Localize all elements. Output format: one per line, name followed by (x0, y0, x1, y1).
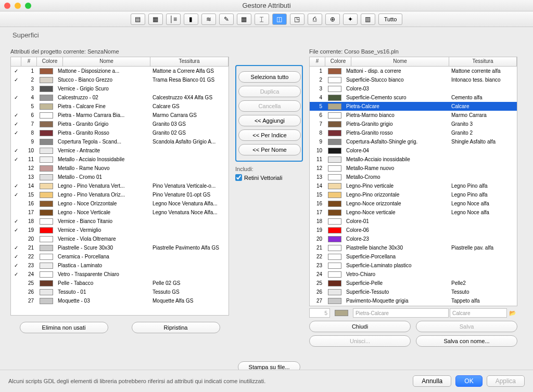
table-row[interactable]: 22Superficie-Porcellana (310, 252, 517, 261)
toolbar-icon-10[interactable]: ◳ (290, 14, 304, 25)
col-name[interactable]: Nome (63, 57, 150, 66)
table-row[interactable]: 26Tessuto - 01Tessuto GS (11, 288, 229, 296)
table-row[interactable]: 5Pietra-CalcareCalcare (310, 102, 517, 111)
table-row[interactable]: 17Legno - Noce VerticaleLegno Venatura N… (11, 208, 229, 217)
duplicate-button[interactable]: Duplica (238, 86, 301, 97)
table-row[interactable]: ✓2Stucco - Bianco GrezzoTrama Resa Bianc… (11, 75, 229, 84)
table-row[interactable]: ✓19Vernice - Vermiglio (11, 226, 229, 234)
table-row[interactable]: ✓6Pietra - Marmo Carrara Bia...Marmo Car… (11, 111, 229, 120)
table-row[interactable]: 23Superficie-Laminato plastico (310, 261, 517, 270)
toolbar-icon-8[interactable]: ⌶ (255, 14, 269, 25)
apply-button[interactable]: Applica (487, 375, 525, 387)
table-row[interactable]: 6Pietra-Marmo biancoMarmo Carrara (310, 111, 517, 120)
col-tex[interactable]: Tessitura (150, 57, 229, 66)
table-row[interactable]: 3Colore-03 (310, 84, 517, 93)
table-row[interactable]: 16Legno-Noce orizzontaleLegno Noce alfa (310, 199, 517, 208)
col-color[interactable]: Colore (37, 57, 63, 66)
table-row[interactable]: 10Colore-04 (310, 146, 517, 155)
col-num-r[interactable]: # (310, 57, 325, 66)
toolbar-icon-4[interactable]: ▮ (184, 14, 198, 25)
table-row[interactable]: 17Legno-Noce verticaleLegno Noce alfa (310, 208, 517, 217)
ok-button[interactable]: OK (455, 375, 482, 387)
close-icon[interactable] (4, 3, 10, 9)
toolbar-icon-3[interactable]: │≡ (166, 14, 181, 25)
input-name[interactable] (353, 308, 449, 318)
table-row[interactable]: ✓18Vernice - Bianco Titanio (11, 217, 229, 226)
table-row[interactable]: 20Colore-23 (310, 234, 517, 243)
table-row[interactable]: 14Legno-Pino verticaleLegno Pino alfa (310, 181, 517, 190)
toolbar-icon-9[interactable]: ◫ (272, 14, 287, 25)
table-row[interactable]: ✓1Mattone - Disposizione a...Mattone a C… (11, 67, 229, 75)
merge-button[interactable]: Unisci... (309, 335, 411, 347)
table-row[interactable]: 16Legno - Noce OrizzontaleLegno Noce Ven… (11, 199, 229, 208)
table-row[interactable]: ✓10Vernice - Antracite (11, 146, 229, 155)
table-row[interactable]: 3Vernice - Grigio Scuro (11, 84, 229, 93)
table-row[interactable]: 13Metallo-Cromo (310, 173, 517, 181)
col-name-r[interactable]: Nome (351, 57, 449, 66)
folder-icon[interactable]: 📂 (508, 308, 517, 318)
table-row[interactable]: 15Legno-Pino orizzontaleLegno Pino alfa (310, 190, 517, 199)
table-row[interactable]: 4Superficie-Cemento scuroCemento alfa (310, 93, 517, 102)
table-row[interactable]: ✓22Ceramica - Porcellana (11, 252, 229, 261)
right-table-body[interactable]: 1Mattoni - disp. a correreMattone corren… (309, 66, 517, 306)
table-row[interactable]: 27Moquette - 03Moquette Alfa GS (11, 296, 229, 305)
toolbar-icon-12[interactable]: ⊕ (325, 14, 340, 25)
close-file-button[interactable]: Chiudi (309, 321, 411, 332)
toolbar-icon-14[interactable]: ▥ (361, 14, 375, 25)
col-tex-r[interactable]: Tessitura (449, 57, 517, 66)
toolbar-all-button[interactable]: Tutto (378, 14, 403, 25)
toolbar-icon-6[interactable]: ✎ (219, 14, 234, 25)
table-row[interactable]: ✓14Legno - Pino Venatura Vert...Pino Ven… (11, 181, 229, 190)
table-row[interactable]: 12Metallo - Rame Nuovo (11, 164, 229, 173)
table-row[interactable]: ✓23Plastica - Laminato (11, 261, 229, 270)
table-row[interactable]: 5Pietra - Calcare FineCalcare GS (11, 102, 229, 111)
add-button[interactable]: << Aggiungi (238, 115, 301, 126)
table-row[interactable]: 24Vetro-Chiaro (310, 270, 517, 279)
zoom-icon[interactable] (25, 3, 31, 9)
save-as-button[interactable]: Salva con nome... (416, 335, 517, 347)
table-row[interactable]: 25Pelle - TabaccoPelle 02 GS (11, 279, 229, 288)
table-row[interactable]: 12Metallo-Rame nuovo (310, 164, 517, 173)
table-row[interactable]: 27Pavimento-Moquette grigiaTappeto alfa (310, 296, 517, 305)
table-row[interactable]: 7Pietra-Granito grigioGranito 3 (310, 120, 517, 128)
restore-button[interactable]: Ripristina (132, 322, 220, 333)
toolbar-icon-2[interactable]: ▦ (148, 14, 163, 25)
input-num[interactable] (309, 308, 330, 318)
table-row[interactable]: ✓21Piastrelle - Scure 30x30Piastrelle Pa… (11, 243, 229, 252)
table-row[interactable]: 8Pietra-Granito rossoGranito 2 (310, 128, 517, 137)
col-num[interactable]: # (21, 57, 37, 66)
select-all-button[interactable]: Seleziona tutto (238, 71, 301, 83)
table-row[interactable]: 9Copertura-Asfalto-Shingle grig.Shingle … (310, 137, 517, 146)
input-tex[interactable] (450, 308, 507, 318)
table-row[interactable]: 21Piastrelle bianche 30x30Piastrelle pav… (310, 243, 517, 252)
table-row[interactable]: ✓24Vetro - Trasparente Chiaro (11, 270, 229, 279)
table-row[interactable]: ✓15Legno - Pino Venatura Oriz...Pino Ven… (11, 190, 229, 199)
table-row[interactable]: 19Colore-06 (310, 226, 517, 234)
by-index-button[interactable]: << Per Indice (238, 129, 301, 141)
table-row[interactable]: ✓4Calcestruzzo - 02Calcestruzzo 4X4 Alfa… (11, 93, 229, 102)
toolbar-icon-11[interactable]: ⎙ (308, 14, 322, 25)
col-color-r[interactable]: Colore (325, 57, 351, 66)
table-row[interactable]: 20Vernice - Viola Oltremare (11, 234, 229, 243)
toolbar-icon-5[interactable]: ≋ (201, 14, 216, 25)
table-row[interactable]: ✓7Pietra - Granito GrigioGranito 03 GS (11, 120, 229, 128)
toolbar-icon-7[interactable]: ▦ (237, 14, 251, 25)
save-button[interactable]: Salva (416, 321, 517, 332)
table-row[interactable]: ✓8Pietra - Granito RossoGranito 02 GS (11, 128, 229, 137)
table-row[interactable]: 25Superficie-PellePelle2 (310, 279, 517, 288)
table-row[interactable]: 18Colore-01 (310, 217, 517, 226)
by-name-button[interactable]: << Per Nome (238, 144, 301, 155)
input-swatch[interactable] (335, 310, 348, 316)
vector-fills-checkbox[interactable] (235, 174, 242, 181)
table-row[interactable]: 13Metallo - Cromo 01 (11, 173, 229, 181)
table-row[interactable]: 9Copertura Tegola - Scand...Scandola Asf… (11, 137, 229, 146)
table-row[interactable]: 1Mattoni - disp. a correreMattone corren… (310, 67, 517, 75)
cancel-button[interactable]: Annulla (413, 375, 451, 387)
toolbar-icon-13[interactable]: ✦ (343, 14, 358, 25)
left-table-body[interactable]: ✓1Mattone - Disposizione a...Mattone a C… (10, 66, 229, 316)
table-row[interactable]: ✓11Metallo - Acciaio Inossidabile (11, 155, 229, 164)
table-row[interactable]: 2Superficie-Stucco biancoIntonaco tess. … (310, 75, 517, 84)
toolbar-icon-1[interactable]: ▤ (131, 14, 145, 25)
table-row[interactable]: 26Superficie-TessutoTessuto (310, 288, 517, 296)
table-row[interactable]: 11Metallo-Acciaio inossidabile (310, 155, 517, 164)
